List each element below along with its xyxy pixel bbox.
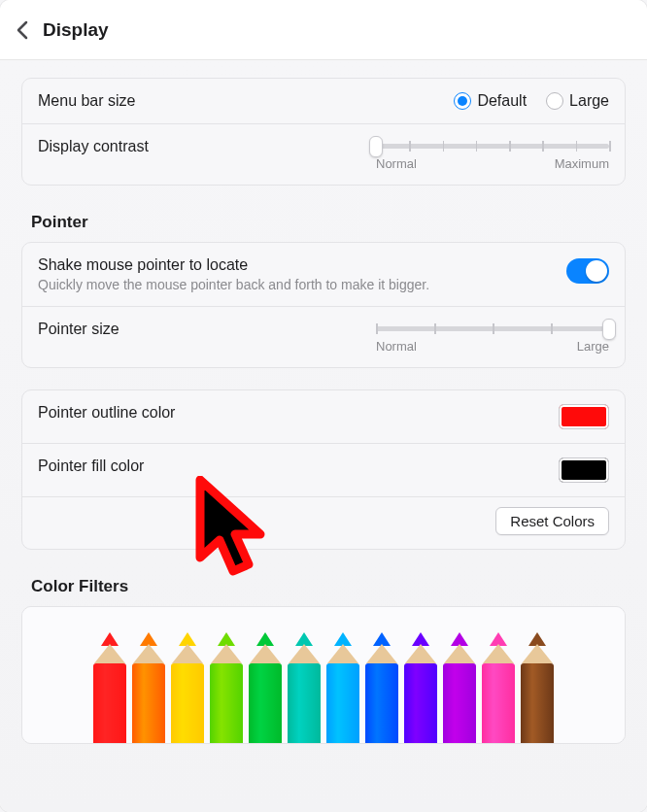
- color-filters-section-title: Color Filters: [31, 577, 626, 596]
- slider-min-label: Normal: [376, 156, 417, 171]
- pencil-icon: [168, 632, 207, 743]
- menu-bar-size-radios: Default Large: [454, 92, 609, 110]
- pencil-icon: [324, 632, 362, 743]
- menu-bar-size-large-radio[interactable]: Large: [546, 92, 609, 110]
- radio-label: Default: [477, 92, 527, 110]
- color-filters-preview: [22, 607, 625, 743]
- display-contrast-slider[interactable]: Normal Maximum: [376, 138, 609, 171]
- content-area: Menu bar size Default Large Display cont…: [0, 60, 647, 812]
- pencil-icon: [285, 632, 324, 743]
- pencil-icon: [129, 632, 168, 743]
- pencil-icon: [362, 632, 401, 743]
- pencil-icon: [90, 632, 129, 743]
- radio-label: Large: [569, 92, 609, 110]
- pointer-outline-row: Pointer outline color: [22, 390, 625, 443]
- shake-to-locate-row: Shake mouse pointer to locate Quickly mo…: [22, 243, 625, 306]
- pointer-fill-row: Pointer fill color: [22, 443, 625, 496]
- shake-to-locate-label: Shake mouse pointer to locate: [38, 256, 551, 274]
- radio-icon: [454, 92, 471, 110]
- pointer-size-label: Pointer size: [38, 321, 360, 338]
- pointer-fill-color-well[interactable]: [559, 457, 609, 483]
- pencil-icon: [401, 632, 440, 743]
- pencil-icon: [440, 632, 479, 743]
- reset-colors-button[interactable]: Reset Colors: [495, 507, 609, 535]
- color-filters-card: [21, 606, 626, 744]
- slider-min-label: Normal: [376, 339, 417, 354]
- pointer-outline-label: Pointer outline color: [38, 404, 543, 422]
- pointer-card-2: Pointer outline color Pointer fill color…: [21, 389, 626, 550]
- slider-max-label: Maximum: [555, 156, 609, 171]
- slider-thumb-icon: [602, 319, 616, 340]
- display-settings-window: Display Menu bar size Default Large: [0, 0, 647, 812]
- reset-colors-row: Reset Colors: [22, 496, 625, 549]
- pencil-icon: [207, 632, 246, 743]
- radio-icon: [546, 92, 563, 110]
- pointer-card-1: Shake mouse pointer to locate Quickly mo…: [21, 242, 626, 368]
- display-contrast-label: Display contrast: [38, 138, 360, 155]
- display-contrast-row: Display contrast Normal Maximum: [22, 123, 625, 185]
- display-card: Menu bar size Default Large Display cont…: [21, 78, 626, 186]
- pencil-icon: [518, 632, 557, 743]
- menu-bar-size-row: Menu bar size Default Large: [22, 79, 625, 123]
- pointer-section-title: Pointer: [31, 213, 626, 232]
- page-title: Display: [43, 19, 109, 41]
- slider-max-label: Large: [577, 339, 609, 354]
- pointer-outline-color-well[interactable]: [559, 404, 609, 429]
- pointer-size-row: Pointer size Normal Large: [22, 306, 625, 367]
- pointer-fill-label: Pointer fill color: [38, 457, 543, 475]
- titlebar: Display: [0, 0, 647, 60]
- shake-to-locate-sub: Quickly move the mouse pointer back and …: [38, 277, 551, 292]
- pencil-icon: [246, 632, 285, 743]
- pointer-size-slider[interactable]: Normal Large: [376, 321, 609, 354]
- menu-bar-size-label: Menu bar size: [38, 92, 438, 110]
- menu-bar-size-default-radio[interactable]: Default: [454, 92, 527, 110]
- shake-to-locate-toggle[interactable]: [566, 258, 609, 284]
- back-button[interactable]: [16, 20, 29, 40]
- pencil-icon: [479, 632, 518, 743]
- slider-thumb-icon: [369, 136, 383, 157]
